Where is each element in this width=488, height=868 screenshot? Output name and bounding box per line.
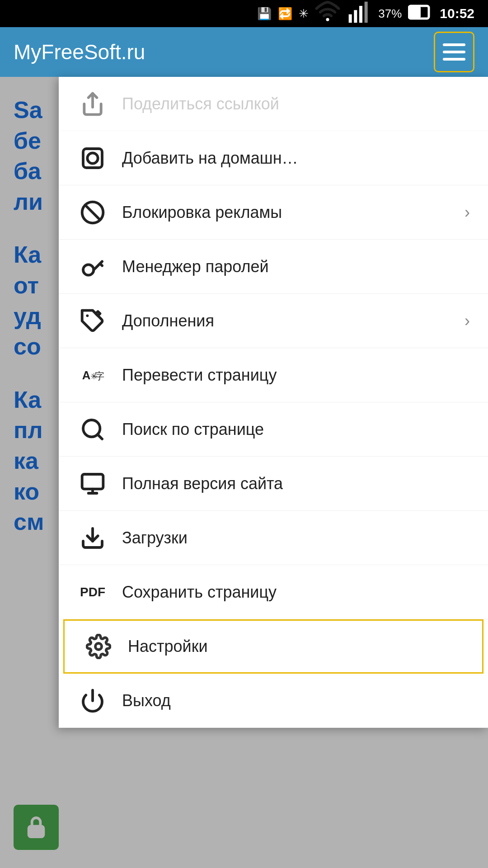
menu-item-translate[interactable]: A ✳ 字 Перевести страницу <box>59 348 488 402</box>
menu-item-settings[interactable]: Настройки <box>63 619 483 674</box>
status-icons: 💾 🔁 ✳ 37% <box>257 0 474 28</box>
pdf-icon: PDF <box>77 576 108 608</box>
svg-line-12 <box>85 205 100 220</box>
key-icon <box>77 251 108 283</box>
hamburger-line-3 <box>443 58 465 61</box>
block-icon <box>77 197 108 228</box>
passwords-label: Менеджер паролей <box>122 257 470 276</box>
menu-item-passwords[interactable]: Менеджер паролей <box>59 240 488 294</box>
sync-icon: 🔁 <box>278 7 292 21</box>
download-icon <box>77 522 108 554</box>
gear-icon <box>83 631 114 662</box>
dropdown-menu: Поделиться ссылкой Добавить на домашн… Б… <box>59 77 488 728</box>
app-title: MyFreeSoft.ru <box>14 40 145 64</box>
puzzle-icon <box>77 305 108 337</box>
settings-label: Настройки <box>128 637 464 656</box>
svg-rect-6 <box>410 7 421 18</box>
svg-text:字: 字 <box>95 371 104 381</box>
share-label: Поделиться ссылкой <box>122 94 470 113</box>
svg-rect-3 <box>359 6 362 23</box>
translate-icon: A ✳ 字 <box>77 359 108 391</box>
status-bar: 💾 🔁 ✳ 37% <box>0 0 488 27</box>
menu-item-adblock[interactable]: Блокировка рекламы › <box>59 185 488 240</box>
svg-line-19 <box>98 434 102 439</box>
menu-item-share[interactable]: Поделиться ссылкой <box>59 77 488 131</box>
battery-percent: 37% <box>378 7 402 21</box>
menu-item-add-home[interactable]: Добавить на домашн… <box>59 131 488 185</box>
adblock-label: Блокировка рекламы <box>122 203 465 222</box>
exit-label: Выход <box>122 691 470 710</box>
svg-point-13 <box>83 264 94 275</box>
adblock-arrow: › <box>465 203 470 222</box>
hamburger-line-2 <box>443 51 465 53</box>
downloads-label: Загрузки <box>122 528 470 547</box>
power-icon <box>77 685 108 717</box>
sd-icon: 💾 <box>257 7 272 21</box>
extensions-label: Дополнения <box>122 311 465 330</box>
menu-item-find[interactable]: Поиск по странице <box>59 402 488 457</box>
wifi-icon <box>315 0 340 28</box>
bluetooth-icon: ✳ <box>299 7 309 21</box>
battery-icon <box>408 0 433 28</box>
menu-button[interactable] <box>434 32 474 72</box>
add-home-label: Добавить на домашн… <box>122 149 470 168</box>
find-label: Поиск по странице <box>122 420 470 439</box>
menu-item-exit[interactable]: Выход <box>59 674 488 728</box>
svg-point-24 <box>95 643 102 650</box>
signal-icon <box>347 0 372 28</box>
extensions-arrow: › <box>465 311 470 330</box>
svg-point-10 <box>87 153 98 163</box>
add-home-icon <box>77 142 108 174</box>
hamburger-icon <box>443 43 465 61</box>
save-pdf-label: Сохранить страницу <box>122 583 470 602</box>
svg-rect-9 <box>83 149 102 168</box>
translate-label: Перевести страницу <box>122 366 470 385</box>
app-bar: MyFreeSoft.ru <box>0 27 488 77</box>
svg-rect-4 <box>365 1 368 23</box>
share-icon <box>77 88 108 120</box>
search-icon <box>77 414 108 445</box>
desktop-label: Полная версия сайта <box>122 474 470 493</box>
desktop-icon <box>77 468 108 500</box>
svg-point-0 <box>326 18 329 21</box>
status-time: 10:52 <box>440 6 474 21</box>
menu-item-desktop[interactable]: Полная версия сайта <box>59 457 488 511</box>
pdf-text: PDF <box>80 585 105 599</box>
menu-item-extensions[interactable]: Дополнения › <box>59 294 488 348</box>
hamburger-line-1 <box>443 43 465 46</box>
svg-rect-2 <box>354 10 357 23</box>
svg-rect-1 <box>349 14 352 23</box>
svg-rect-20 <box>82 474 103 489</box>
svg-text:A: A <box>82 369 91 382</box>
menu-item-downloads[interactable]: Загрузки <box>59 511 488 565</box>
menu-item-save-pdf[interactable]: PDF Сохранить страницу <box>59 565 488 619</box>
